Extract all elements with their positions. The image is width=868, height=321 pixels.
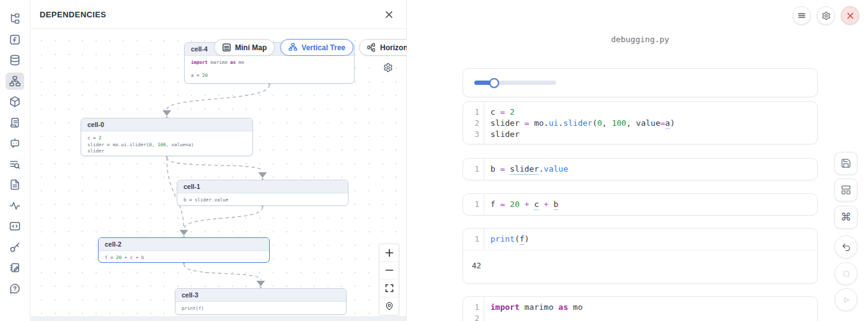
sidebar-item-file-tree[interactable] bbox=[6, 10, 24, 27]
sidebar-item-packages[interactable] bbox=[6, 93, 24, 110]
line-number: 1 bbox=[463, 302, 479, 313]
panel-close-button[interactable] bbox=[383, 9, 395, 20]
vertical-tree-label: Vertical Tree bbox=[301, 43, 345, 52]
sidebar-item-datasets[interactable] bbox=[6, 51, 24, 69]
node-code-line: print(f) bbox=[182, 306, 340, 312]
sidebar-item-tracing[interactable] bbox=[6, 197, 24, 214]
layout-icon bbox=[841, 185, 851, 195]
function-square-icon bbox=[9, 33, 21, 46]
vertical-tree-button[interactable]: Vertical Tree bbox=[280, 39, 353, 56]
code-cell-b[interactable]: 1 b = slider.value bbox=[463, 158, 818, 180]
zoom-out-button[interactable] bbox=[379, 262, 399, 280]
slider-widget[interactable] bbox=[474, 81, 556, 85]
sidebar-item-documentation[interactable] bbox=[6, 114, 24, 131]
horizontal-tree-icon bbox=[367, 43, 376, 52]
code-line: f = 20 + c + b bbox=[490, 199, 559, 210]
cell-output: 42 bbox=[463, 250, 817, 281]
sidebar-item-snippets[interactable] bbox=[6, 218, 24, 235]
minus-icon bbox=[385, 266, 394, 275]
code-cell-print[interactable]: 1 print(f) 42 bbox=[463, 228, 818, 284]
locate-button[interactable] bbox=[379, 297, 399, 315]
file-document-icon bbox=[9, 178, 21, 191]
node-title: cell-3 bbox=[175, 289, 346, 302]
package-box-icon bbox=[9, 95, 21, 108]
vertical-tree-icon bbox=[288, 43, 298, 52]
code-editor[interactable]: print(f) bbox=[484, 229, 529, 250]
slider-fill bbox=[474, 81, 494, 85]
map-pin-icon bbox=[385, 302, 394, 310]
fit-view-button[interactable] bbox=[379, 279, 399, 297]
sidebar-item-logs[interactable] bbox=[6, 156, 24, 173]
line-number: 1 bbox=[463, 107, 479, 118]
node-code-line: b = slider.value bbox=[184, 197, 342, 204]
code-line: slider = mo.ui.slider(0, 100, value=a) bbox=[490, 118, 675, 129]
node-code-line: slider = mo.ui.slider(0, 100, value=a) bbox=[87, 142, 246, 149]
line-number: 2 bbox=[463, 118, 479, 129]
undo-button[interactable] bbox=[835, 235, 857, 258]
key-icon bbox=[9, 241, 21, 253]
code-editor[interactable]: f = 20 + c + b bbox=[484, 194, 559, 215]
graph-node-cell-0[interactable]: cell-0 c = 2 slider = mo.ui.slider(0, 10… bbox=[81, 118, 253, 156]
command-icon: ⌘ bbox=[841, 212, 851, 222]
stop-icon bbox=[841, 269, 851, 279]
graph-zoom-controls bbox=[379, 244, 399, 315]
dependency-graph-icon bbox=[9, 75, 21, 87]
activity-icon bbox=[9, 200, 21, 212]
minimap-button[interactable]: Mini Map bbox=[214, 39, 275, 56]
graph-scrollbar[interactable] bbox=[31, 316, 406, 321]
dependencies-panel: DEPENDENCIES bbox=[31, 0, 407, 321]
dependency-graph-canvas[interactable]: cell-4 import marimo as mo a = 20 cell-0… bbox=[31, 29, 407, 316]
line-number: 1 bbox=[463, 164, 479, 175]
icon-sidebar bbox=[0, 0, 30, 321]
sidebar-item-help[interactable] bbox=[6, 280, 24, 297]
zoom-in-button[interactable] bbox=[379, 244, 399, 262]
sidebar-item-secrets[interactable] bbox=[6, 239, 24, 256]
notebook-shutdown-button[interactable] bbox=[841, 6, 859, 25]
plus-icon bbox=[385, 248, 394, 257]
code-snippet-icon bbox=[9, 220, 21, 232]
slider-thumb[interactable] bbox=[489, 78, 499, 88]
graph-node-cell-1[interactable]: cell-1 b = slider.value bbox=[177, 180, 348, 206]
code-editor[interactable]: b = slider.value bbox=[484, 159, 568, 180]
graph-node-cell-2[interactable]: cell-2 f = 20 + c + b bbox=[98, 237, 270, 263]
run-button[interactable] bbox=[835, 288, 857, 311]
notebook-menu-button[interactable] bbox=[792, 6, 811, 25]
node-title: cell-1 bbox=[177, 180, 348, 193]
code-cell-slider[interactable]: 1 2 3 c = 2 slider = mo.ui.slider(0, 100… bbox=[463, 101, 818, 144]
sidebar-item-functions[interactable] bbox=[6, 31, 24, 48]
node-title: cell-2 bbox=[99, 238, 269, 251]
notebook-settings-button[interactable] bbox=[817, 6, 835, 25]
play-icon bbox=[841, 295, 851, 305]
code-editor[interactable]: c = 2 slider = mo.ui.slider(0, 100, valu… bbox=[484, 102, 675, 144]
graph-settings-button[interactable] bbox=[383, 63, 393, 73]
database-icon bbox=[9, 54, 21, 66]
sidebar-item-scratchpad[interactable] bbox=[6, 259, 24, 276]
save-button[interactable] bbox=[835, 152, 857, 175]
line-number: 1 bbox=[463, 234, 479, 245]
stop-button[interactable] bbox=[835, 262, 857, 285]
node-code-line: slider bbox=[87, 148, 246, 155]
graph-node-cell-3[interactable]: cell-3 print(f) bbox=[175, 288, 347, 315]
scroll-text-icon bbox=[9, 117, 21, 129]
code-editor[interactable]: import marimo as mo bbox=[484, 297, 583, 321]
node-code-line: a = 20 bbox=[191, 73, 348, 79]
horizontal-tree-button[interactable]: Horizontal Tree bbox=[359, 39, 407, 56]
notebook-top-actions bbox=[792, 6, 859, 25]
code-cell-f[interactable]: 1 f = 20 + c + b bbox=[463, 193, 818, 216]
notebook-area: debugging.py 1 2 3 c = 2 bbox=[407, 0, 868, 321]
code-cell-import[interactable]: 1 2 import marimo as mo bbox=[463, 296, 818, 321]
sidebar-item-files[interactable] bbox=[6, 176, 24, 193]
output-value: 42 bbox=[472, 261, 808, 270]
gear-icon bbox=[822, 11, 831, 20]
layout-button[interactable] bbox=[835, 178, 857, 201]
close-icon bbox=[846, 12, 854, 20]
node-title: cell-0 bbox=[81, 118, 252, 131]
sidebar-item-chat[interactable] bbox=[6, 134, 24, 152]
save-icon bbox=[841, 158, 851, 169]
chat-bot-icon bbox=[9, 137, 21, 149]
sidebar-item-dependencies[interactable] bbox=[6, 73, 24, 90]
line-number: 3 bbox=[463, 129, 479, 140]
gear-icon bbox=[383, 63, 393, 73]
command-palette-button[interactable]: ⌘ bbox=[835, 206, 857, 229]
text-search-icon bbox=[9, 158, 21, 170]
